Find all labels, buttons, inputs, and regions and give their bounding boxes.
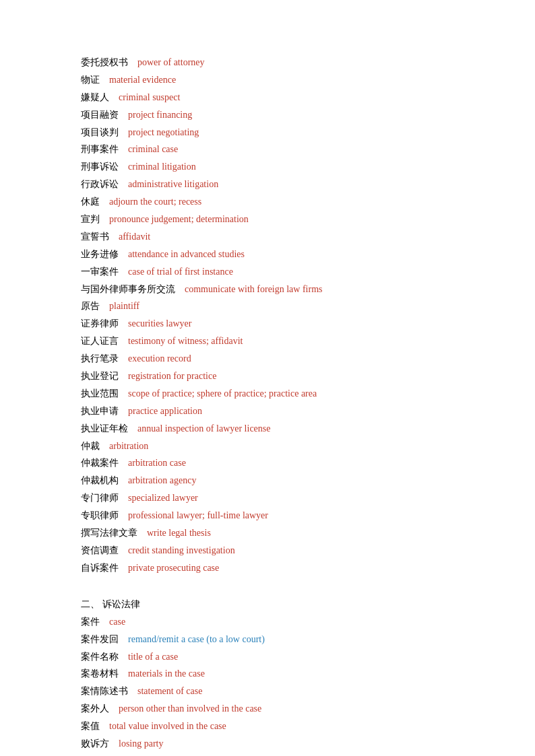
chinese-term: 仲裁机构: [81, 475, 128, 485]
list-item: 专职律师 professional lawyer; full-time lawy…: [81, 507, 495, 524]
english-term: losing party: [119, 738, 164, 749]
english-term: adjourn the court; recess: [109, 197, 201, 207]
section-2-header: 二、 诉讼法律: [81, 598, 495, 611]
list-item: 执行笔录 execution record: [81, 350, 495, 368]
list-item: 与国外律师事务所交流 communicate with foreign law …: [81, 281, 495, 298]
chinese-term: 业务进修: [81, 249, 128, 259]
list-item: 仲裁案件 arbitration case: [81, 454, 495, 472]
list-item: 专门律师 specialized lawyer: [81, 489, 495, 507]
list-item: 证券律师 securities lawyer: [81, 315, 495, 333]
english-term: write legal thesis: [147, 528, 211, 538]
list-item: 仲裁 arbitration: [81, 438, 495, 455]
list-item: 物证 material evidence: [81, 71, 495, 89]
list-item: 撰写法律文章 write legal thesis: [81, 524, 495, 542]
english-term: scope of practice; sphere of practice; p…: [128, 388, 317, 399]
chinese-term: 败诉方: [81, 738, 119, 749]
list-item: 业务进修 attendance in advanced studies: [81, 246, 495, 263]
chinese-term: 案值: [81, 721, 109, 731]
chinese-term: 执行笔录: [81, 353, 128, 364]
english-term: total value involved in the case: [109, 721, 226, 731]
chinese-term: 执业范围: [81, 388, 128, 399]
spacer-1: [81, 577, 495, 582]
list-item: 行政诉讼 administrative litigation: [81, 176, 495, 193]
chinese-term: 宣判: [81, 214, 109, 224]
list-item: 案件 case: [81, 613, 495, 631]
chinese-term: 撰写法律文章: [81, 528, 147, 538]
chinese-term: 行政诉讼: [81, 179, 128, 189]
list-item: 项目谈判 project negotiating: [81, 124, 495, 141]
chinese-term: 证人证言: [81, 336, 128, 346]
english-term: specialized lawyer: [128, 493, 198, 503]
english-term: securities lawyer: [128, 318, 191, 329]
english-term: arbitration agency: [128, 475, 196, 485]
chinese-term: 项目谈判: [81, 127, 128, 137]
chinese-term: 案外人: [81, 703, 119, 714]
list-item: 案值 total value involved in the case: [81, 718, 495, 735]
english-term: criminal suspect: [119, 92, 180, 102]
list-item: 案外人 person other than involved in the ca…: [81, 700, 495, 718]
list-item: 自诉案件 private prosecuting case: [81, 559, 495, 577]
chinese-term: 物证: [81, 75, 109, 85]
english-term: case: [109, 617, 125, 627]
english-term: material evidence: [109, 75, 176, 85]
chinese-term: 仲裁: [81, 441, 109, 451]
list-item: 案件发回 remand/remit a case (to a low court…: [81, 631, 495, 648]
english-term: arbitration: [109, 441, 148, 451]
chinese-term: 案件名称: [81, 652, 128, 662]
list-item: 资信调查 credit standing investigation: [81, 542, 495, 559]
chinese-term: 刑事诉讼: [81, 162, 128, 172]
chinese-term: 自诉案件: [81, 563, 128, 573]
chinese-term: 专门律师: [81, 493, 128, 503]
english-term: project financing: [128, 110, 192, 120]
english-term: criminal case: [128, 144, 178, 154]
chinese-term: 专职律师: [81, 510, 128, 520]
english-term: arbitration case: [128, 458, 186, 468]
english-term: practice application: [128, 406, 202, 416]
chinese-term: 执业申请: [81, 406, 128, 416]
english-term: professional lawyer; full-time lawyer: [128, 510, 268, 520]
list-item: 执业范围 scope of practice; sphere of practi…: [81, 385, 495, 403]
english-term: materials in the case: [128, 668, 205, 679]
chinese-term: 委托授权书: [81, 57, 137, 67]
list-item: 执业证年检 annual inspection of lawyer licens…: [81, 420, 495, 438]
entries-list-1: 委托授权书 power of attorney物证 material evide…: [81, 54, 495, 577]
english-term: plaintiff: [109, 301, 139, 311]
list-item: 委托授权书 power of attorney: [81, 54, 495, 71]
english-term: administrative litigation: [128, 179, 218, 189]
english-term: attendance in advanced studies: [128, 249, 245, 259]
list-item: 刑事案件 criminal case: [81, 141, 495, 158]
list-item: 办案人员 personnel handling a case: [81, 753, 495, 756]
english-term: private prosecuting case: [128, 563, 219, 573]
list-item: 案卷材料 materials in the case: [81, 665, 495, 683]
english-term: project negotiating: [128, 127, 199, 137]
english-term: affidavit: [119, 232, 150, 242]
list-item: 案情陈述书 statement of case: [81, 683, 495, 700]
list-item: 宣誓书 affidavit: [81, 228, 495, 246]
list-item: 执业登记 registration for practice: [81, 368, 495, 385]
list-item: 执业申请 practice application: [81, 403, 495, 420]
chinese-term: 案件发回: [81, 634, 128, 644]
chinese-term: 项目融资: [81, 110, 128, 120]
chinese-term: 证券律师: [81, 318, 128, 329]
english-term: person other than involved in the case: [119, 703, 261, 714]
list-item: 宣判 pronounce judgement; determination: [81, 211, 495, 228]
english-term: case of trial of first instance: [128, 267, 233, 277]
chinese-term: 嫌疑人: [81, 92, 119, 102]
english-term: title of a case: [128, 652, 178, 662]
chinese-term: 资信调查: [81, 545, 128, 555]
section-2-header-text: 二、 诉讼法律: [81, 599, 140, 609]
english-term: communicate with foreign law firms: [185, 284, 323, 294]
chinese-term: 休庭: [81, 197, 109, 207]
list-item: 案件名称 title of a case: [81, 648, 495, 666]
chinese-term: 原告: [81, 301, 109, 311]
english-term: execution record: [128, 353, 191, 364]
chinese-term: 案卷材料: [81, 668, 128, 679]
list-item: 证人证言 testimony of witness; affidavit: [81, 333, 495, 350]
list-item: 败诉方 losing party: [81, 735, 495, 753]
list-item: 一审案件 case of trial of first instance: [81, 263, 495, 281]
list-item: 嫌疑人 criminal suspect: [81, 89, 495, 106]
list-item: 仲裁机构 arbitration agency: [81, 472, 495, 489]
list-item: 原告 plaintiff: [81, 298, 495, 315]
english-term: statement of case: [137, 686, 202, 696]
entries-list-2: 案件 case案件发回 remand/remit a case (to a lo…: [81, 613, 495, 756]
